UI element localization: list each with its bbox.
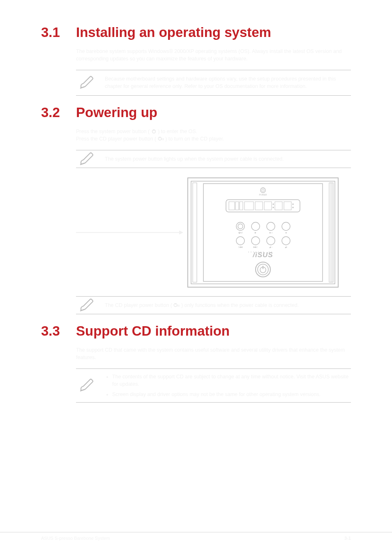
section2-body: Press the system power button ( ) to ent…: [76, 128, 351, 143]
svg-point-12: [261, 188, 265, 193]
section-number: 3.1: [41, 25, 76, 40]
svg-point-32: [282, 222, 290, 230]
footer-page-number: 3-1: [344, 536, 351, 541]
svg-text:▶▶|: ▶▶|: [254, 246, 257, 248]
svg-rect-19: [244, 202, 254, 210]
note2-text: The system power button lights up when t…: [105, 155, 351, 163]
svg-text:▶: ▶: [255, 231, 256, 234]
note4-text: The contents of the support CD are subje…: [105, 373, 351, 398]
section-title: Support CD information: [76, 323, 230, 339]
note1-text: Because motherboard settings and hardwar…: [105, 75, 351, 90]
svg-rect-18: [240, 202, 243, 210]
body2-part4: ) to turn on the CD player.: [165, 136, 224, 142]
body2-part2: ) to enter the OS.: [158, 129, 197, 134]
cd-power-glyph-icon: CD: [158, 136, 165, 142]
section-heading-3-3: 3.3 Support CD information: [41, 323, 351, 339]
body2-part1: Press the system power button (: [76, 129, 150, 134]
svg-point-33: [236, 237, 244, 245]
svg-rect-24: [275, 202, 282, 210]
cd-power-glyph-icon: CD: [173, 302, 181, 308]
device-figure: POWER: [76, 177, 351, 288]
pen-icon: [78, 74, 95, 92]
svg-rect-16: [229, 202, 235, 210]
svg-point-31: [267, 222, 275, 230]
svg-text:■: ■: [285, 231, 286, 234]
note-block-1: Because motherboard settings and hardwar…: [76, 70, 351, 95]
section-title: Installing an operating system: [76, 25, 271, 40]
note4-li2: Screen display and driver options may no…: [112, 391, 321, 397]
svg-point-22: [273, 204, 274, 205]
section-number: 3.2: [41, 105, 76, 120]
svg-point-27: [293, 207, 293, 208]
svg-point-28: [236, 222, 244, 230]
svg-rect-21: [264, 202, 272, 210]
svg-rect-8: [329, 183, 333, 282]
pen-icon: [78, 376, 95, 394]
svg-rect-15: [226, 200, 300, 212]
svg-point-34: [251, 237, 260, 245]
section1-body: The barebone system supports Windows® 20…: [76, 48, 351, 62]
note3-text: The CD player power button ( CD ) only f…: [105, 302, 351, 309]
front-panel-drawing: POWER: [187, 177, 339, 288]
svg-rect-7: [193, 183, 197, 282]
callout-arrow: [76, 232, 183, 233]
svg-point-26: [293, 204, 293, 205]
body2-part3: Press the CD player power button (: [76, 136, 156, 142]
pen-icon: [78, 150, 95, 168]
svg-text:/iSUS: /iSUS: [252, 251, 273, 259]
svg-point-35: [267, 237, 275, 245]
svg-point-13: [262, 189, 264, 191]
note3-a: The CD player power button (: [105, 302, 172, 308]
power-glyph-icon: [151, 129, 158, 134]
svg-text:CD: CD: [177, 304, 180, 307]
svg-text:▶॥: ▶॥: [270, 231, 272, 234]
section3-body: The support CD that came with the system…: [76, 346, 351, 361]
svg-point-36: [282, 237, 290, 245]
svg-point-56: [258, 264, 268, 275]
svg-rect-25: [284, 202, 291, 210]
section-heading-3-2: 3.2 Powering up: [41, 105, 351, 120]
note-block-2: The system power button lights up when t…: [76, 150, 351, 168]
svg-point-29: [238, 224, 243, 229]
svg-text:CD: CD: [161, 138, 164, 140]
note4-li1: The contents of the support CD are subje…: [112, 374, 348, 387]
footer-left: ASUS S-presso Barebone System: [41, 536, 110, 541]
svg-point-23: [273, 207, 274, 208]
svg-text:POWER: POWER: [259, 193, 267, 196]
svg-text:◢+: ◢+: [285, 246, 288, 248]
section-heading-3-1: 3.1 Installing an operating system: [41, 25, 351, 40]
page-footer: ASUS S-presso Barebone System 3-1: [0, 532, 392, 541]
note-block-3: The CD player power button ( CD ) only f…: [76, 296, 351, 314]
section-number: 3.3: [41, 323, 76, 339]
section-title: Powering up: [76, 105, 157, 120]
pen-icon: [78, 296, 95, 314]
svg-rect-20: [255, 202, 263, 210]
svg-text:◢—: ◢—: [269, 246, 273, 248]
svg-text:⏻cd: ⏻cd: [238, 231, 243, 234]
svg-point-30: [251, 222, 260, 230]
note-block-4: The contents of the support CD are subje…: [76, 368, 351, 402]
svg-text:|◀◀: |◀◀: [238, 246, 242, 248]
note3-b: ) only functions when the power cable is…: [181, 302, 299, 308]
svg-rect-17: [235, 202, 239, 210]
